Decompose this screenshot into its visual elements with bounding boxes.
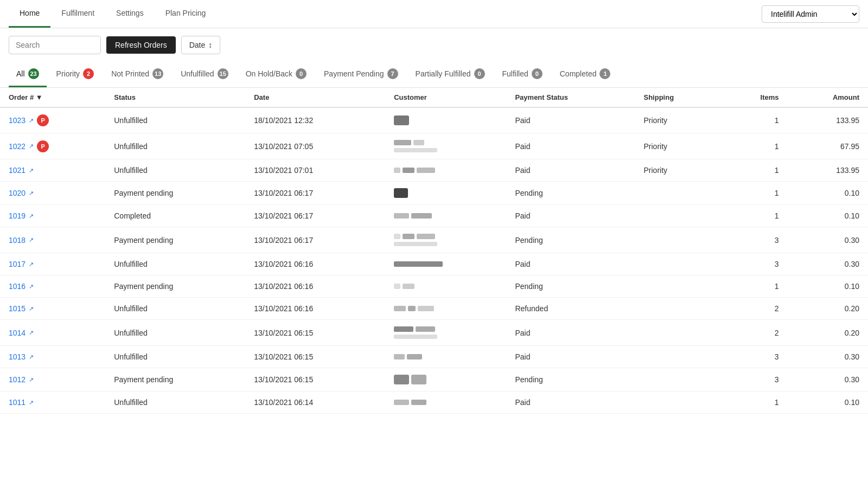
order-number-cell: 1011 ↗	[0, 391, 105, 414]
order-number-cell: 1013 ↗	[0, 346, 105, 368]
date-cell: 13/10/2021 06:15	[245, 346, 385, 368]
external-link-icon[interactable]: ↗	[29, 167, 34, 174]
customer-cell	[385, 320, 506, 346]
payment-status-cell: Paid	[506, 346, 635, 368]
external-link-icon[interactable]: ↗	[29, 305, 34, 312]
shipping-cell	[635, 368, 722, 391]
col-order-number[interactable]: Order # ▼	[0, 88, 105, 107]
filter-on-hold-label: On Hold/Back	[246, 69, 292, 78]
shipping-cell	[635, 298, 722, 320]
order-link[interactable]: 1011	[9, 398, 25, 407]
tab-plan-pricing[interactable]: Plan Pricing	[155, 0, 217, 28]
filter-fulfilled-label: Fulfilled	[502, 69, 528, 78]
external-link-icon[interactable]: ↗	[29, 236, 34, 243]
payment-status-cell: Pending	[506, 368, 635, 391]
order-link[interactable]: 1012	[9, 375, 25, 384]
order-link[interactable]: 1018	[9, 236, 25, 245]
order-link[interactable]: 1020	[9, 189, 25, 197]
order-link[interactable]: 1015	[9, 304, 25, 313]
customer-cell	[385, 182, 506, 205]
amount-cell: 0.10	[788, 391, 868, 414]
amount-cell: 0.20	[788, 320, 868, 346]
tab-fulfilment[interactable]: Fulfilment	[50, 0, 105, 28]
status-cell: Unfulfilled	[105, 391, 245, 414]
amount-cell: 0.30	[788, 346, 868, 368]
table-row: 1016 ↗ Payment pending13/10/2021 06:16Pe…	[0, 275, 868, 298]
amount-cell: 0.20	[788, 298, 868, 320]
status-cell: Payment pending	[105, 368, 245, 391]
external-link-icon[interactable]: ↗	[29, 213, 34, 220]
filter-tab-completed[interactable]: Completed 1	[552, 62, 618, 87]
customer-cell	[385, 368, 506, 391]
tab-home[interactable]: Home	[9, 0, 50, 28]
order-link[interactable]: 1013	[9, 352, 25, 361]
items-cell: 1	[722, 391, 788, 414]
chevron-up-icon: ↕	[208, 41, 212, 49]
filter-tab-priority[interactable]: Priority 2	[49, 62, 102, 87]
external-link-icon[interactable]: ↗	[29, 143, 34, 150]
payment-status-cell: Paid	[506, 320, 635, 346]
customer-cell	[385, 107, 506, 133]
order-link[interactable]: 1019	[9, 211, 25, 220]
external-link-icon[interactable]: ↗	[29, 354, 34, 361]
filter-tab-not-printed[interactable]: Not Printed 13	[104, 62, 171, 87]
status-cell: Unfulfilled	[105, 253, 245, 275]
items-cell: 3	[722, 227, 788, 253]
items-cell: 3	[722, 253, 788, 275]
customer-cell	[385, 391, 506, 414]
status-cell: Payment pending	[105, 182, 245, 205]
filter-tab-fulfilled[interactable]: Fulfilled 0	[495, 62, 550, 87]
order-link[interactable]: 1016	[9, 282, 25, 291]
order-link[interactable]: 1017	[9, 260, 25, 268]
date-filter-button[interactable]: Date ↕	[181, 36, 221, 54]
filter-tab-partially-fulfilled[interactable]: Partially Fulfilled 0	[408, 62, 493, 87]
external-link-icon[interactable]: ↗	[29, 329, 34, 336]
filter-tabs: All 23 Priority 2 Not Printed 13 Unfulfi…	[0, 62, 868, 88]
shipping-cell: Priority	[635, 133, 722, 159]
date-cell: 13/10/2021 06:16	[245, 298, 385, 320]
filter-tab-unfulfilled[interactable]: Unfulfilled 15	[173, 62, 235, 87]
table-row: 1014 ↗ Unfulfilled13/10/2021 06:15Paid20…	[0, 320, 868, 346]
items-cell: 3	[722, 346, 788, 368]
filter-tab-payment-pending[interactable]: Payment Pending 7	[316, 62, 406, 87]
order-link[interactable]: 1014	[9, 329, 25, 337]
date-cell: 13/10/2021 06:17	[245, 205, 385, 227]
customer-cell	[385, 298, 506, 320]
payment-status-cell: Paid	[506, 159, 635, 182]
status-cell: Unfulfilled	[105, 133, 245, 159]
external-link-icon[interactable]: ↗	[29, 117, 34, 124]
order-link[interactable]: 1021	[9, 166, 25, 175]
shipping-cell	[635, 275, 722, 298]
user-selector[interactable]: Intelifill Admin	[762, 5, 859, 23]
filter-partially-fulfilled-badge: 0	[474, 68, 485, 79]
payment-status-cell: Pending	[506, 227, 635, 253]
date-cell: 13/10/2021 06:15	[245, 368, 385, 391]
search-input[interactable]	[9, 36, 101, 54]
amount-cell: 67.95	[788, 133, 868, 159]
customer-cell	[385, 253, 506, 275]
shipping-cell	[635, 182, 722, 205]
order-link[interactable]: 1023	[9, 116, 25, 125]
amount-cell: 0.10	[788, 182, 868, 205]
filter-fulfilled-badge: 0	[532, 68, 542, 79]
external-link-icon[interactable]: ↗	[29, 399, 34, 406]
order-link[interactable]: 1022	[9, 142, 25, 151]
status-cell: Payment pending	[105, 227, 245, 253]
date-cell: 13/10/2021 07:01	[245, 159, 385, 182]
amount-cell: 0.10	[788, 275, 868, 298]
external-link-icon[interactable]: ↗	[29, 283, 34, 290]
external-link-icon[interactable]: ↗	[29, 376, 34, 383]
filter-completed-badge: 1	[599, 68, 610, 79]
filter-on-hold-badge: 0	[296, 68, 307, 79]
items-cell: 3	[722, 368, 788, 391]
filter-tab-all[interactable]: All 23	[9, 62, 47, 87]
external-link-icon[interactable]: ↗	[29, 261, 34, 268]
payment-status-cell: Paid	[506, 133, 635, 159]
status-cell: Unfulfilled	[105, 107, 245, 133]
date-cell: 13/10/2021 07:05	[245, 133, 385, 159]
refresh-orders-button[interactable]: Refresh Orders	[106, 36, 176, 54]
items-cell: 2	[722, 320, 788, 346]
filter-tab-on-hold[interactable]: On Hold/Back 0	[238, 62, 314, 87]
tab-settings[interactable]: Settings	[105, 0, 155, 28]
external-link-icon[interactable]: ↗	[29, 190, 34, 197]
